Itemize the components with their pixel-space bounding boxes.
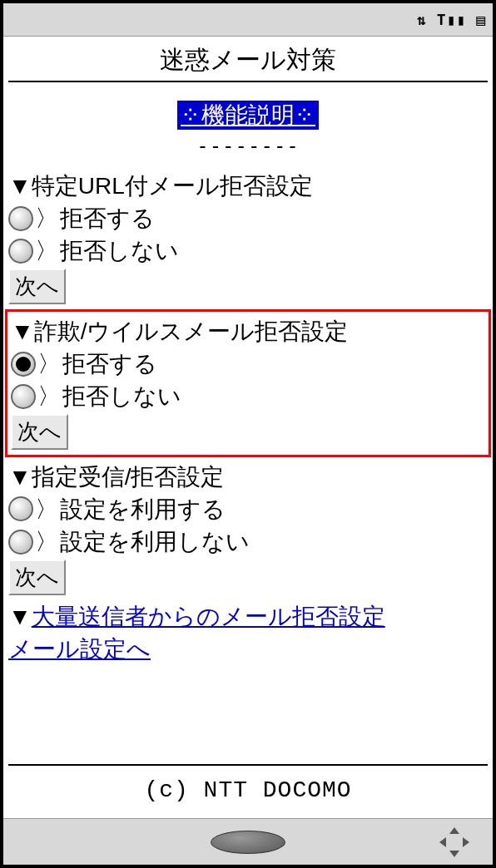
radio-icon[interactable] xyxy=(11,352,36,377)
option-allow-not-use[interactable]: 〉設定を利用しない xyxy=(8,525,488,558)
next-button-allow[interactable]: 次へ xyxy=(8,560,66,594)
bulk-sender-link[interactable]: 大量送信者からのメール拒否設定 xyxy=(32,604,385,629)
section-allow-block-heading: ▼指定受信/拒否設定 xyxy=(8,461,488,493)
triangle-down-icon: ▼ xyxy=(8,600,32,633)
page-title: 迷惑メール対策 xyxy=(8,37,488,82)
signal-icons: ⇅ T▮▮ ▤ xyxy=(417,11,486,28)
divider-dashes: -------- xyxy=(8,133,488,161)
radio-icon[interactable] xyxy=(11,384,36,409)
option-fraud-allow[interactable]: 〉拒否しない xyxy=(11,380,485,412)
radio-icon[interactable] xyxy=(8,496,33,521)
radio-icon[interactable] xyxy=(8,239,33,264)
next-button-url[interactable]: 次へ xyxy=(8,269,66,303)
radio-icon[interactable] xyxy=(8,206,33,231)
back-to-mail-settings[interactable]: メール設定へ xyxy=(8,633,488,665)
section-bulk-sender: ▼大量送信者からのメール拒否設定 xyxy=(8,600,488,633)
feature-description-link[interactable]: ⁘機能説明⁘ xyxy=(177,101,319,130)
feature-link-row: ⁘機能説明⁘ xyxy=(8,99,488,131)
dpad-icon[interactable] xyxy=(439,827,469,857)
content-area: ⁘機能説明⁘ -------- ▼特定URL付メール拒否設定 〉拒否する 〉拒否… xyxy=(3,82,493,764)
section-fraud-virus-heading: ▼詐欺/ウイルスメール拒否設定 xyxy=(11,315,485,348)
triangle-down-icon: ▼ xyxy=(11,315,34,348)
softkey-bar xyxy=(3,818,493,865)
triangle-down-icon: ▼ xyxy=(8,170,32,202)
radio-icon[interactable] xyxy=(8,530,33,555)
next-button-fraud[interactable]: 次へ xyxy=(11,414,68,449)
triangle-down-icon: ▼ xyxy=(8,461,32,493)
center-softkey-button[interactable] xyxy=(211,831,285,854)
section-fraud-virus-highlighted: ▼詐欺/ウイルスメール拒否設定 〉拒否する 〉拒否しない 次へ xyxy=(5,309,491,457)
option-allow-use[interactable]: 〉設定を利用する xyxy=(8,493,488,525)
option-url-block-allow[interactable]: 〉拒否しない xyxy=(8,234,488,267)
option-fraud-reject[interactable]: 〉拒否する xyxy=(11,348,485,380)
section-url-block-heading: ▼特定URL付メール拒否設定 xyxy=(8,170,488,202)
copyright-text: (c) NTT DOCOMO xyxy=(3,766,493,818)
status-bar: ⇅ T▮▮ ▤ xyxy=(3,3,493,37)
option-url-block-reject[interactable]: 〉拒否する xyxy=(8,202,488,234)
